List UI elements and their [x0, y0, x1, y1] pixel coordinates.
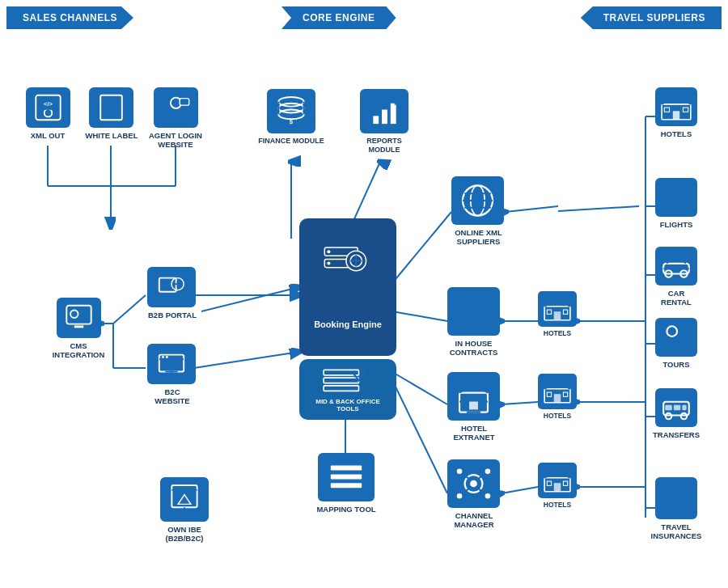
svg-point-104	[485, 493, 491, 499]
white-label-label: WHITE LABEL	[79, 131, 144, 140]
svg-rect-87	[331, 483, 362, 488]
hotels-main-label: HOTELS	[654, 129, 699, 138]
svg-point-55	[162, 356, 164, 358]
svg-rect-107	[554, 311, 561, 320]
car-rental-icon	[655, 247, 697, 286]
hotels-main-icon	[655, 87, 697, 126]
svg-rect-85	[331, 466, 362, 471]
agent-login-label: AGENT LOGINWEBSITE	[144, 131, 207, 150]
svg-rect-117	[563, 481, 567, 485]
svg-rect-119	[673, 111, 679, 120]
online-xml-label: ONLINE XMLSUPPLIERS	[444, 228, 513, 247]
mapping-tool-label: MAPPING TOOL	[309, 505, 383, 514]
svg-line-32	[392, 311, 447, 321]
xml-out-icon: </>	[26, 87, 70, 128]
svg-rect-111	[554, 394, 561, 403]
agent-login-icon	[154, 87, 198, 128]
svg-rect-70	[382, 110, 387, 125]
svg-line-5	[201, 287, 299, 311]
hotels-small-1-icon	[538, 291, 577, 327]
svg-point-77	[327, 261, 330, 264]
svg-line-17	[506, 206, 558, 212]
mapping-tool-icon	[318, 453, 375, 501]
b2b-portal-icon	[147, 267, 196, 307]
svg-line-27	[502, 402, 538, 404]
tours-icon	[655, 318, 697, 357]
b2b-portal-label: B2B PORTAL	[148, 311, 197, 319]
booking-engine-label: Booking Engine	[314, 319, 382, 330]
white-label-icon	[89, 87, 133, 128]
diagram-container: SALES CHANNELS CORE ENGINE TRAVEL SUPPLI…	[0, 0, 728, 588]
svg-line-11	[194, 352, 299, 368]
svg-point-101	[457, 468, 463, 474]
svg-line-34	[392, 380, 447, 493]
svg-line-6	[113, 295, 146, 324]
svg-rect-130	[665, 405, 671, 410]
travel-insurances-label: TRAVELINSURANCES	[650, 522, 702, 541]
svg-point-126	[667, 326, 677, 336]
finance-module-icon: $	[267, 89, 315, 133]
reports-module-icon	[360, 89, 408, 133]
online-xml-icon	[451, 176, 504, 225]
core-engine-header: CORE ENGINE	[281, 6, 396, 29]
in-house-contracts-icon	[447, 287, 500, 336]
hotel-extranet-label: HOTELEXTRANET	[440, 424, 508, 442]
hotels-small-2-label: HOTELS	[536, 412, 578, 420]
svg-rect-71	[391, 104, 396, 124]
own-ibe-icon	[160, 477, 209, 522]
hotel-extranet-icon	[447, 372, 500, 421]
hotels-small-2-icon	[538, 374, 577, 409]
b2c-website-label: B2C WEBSITE	[148, 387, 197, 406]
svg-rect-83	[324, 378, 358, 383]
xml-out-label: XML OUT	[16, 131, 79, 140]
svg-point-102	[485, 468, 491, 474]
transfers-label: TRANSFERS	[652, 430, 700, 439]
svg-rect-115	[554, 483, 561, 492]
transfers-icon	[655, 388, 697, 427]
svg-rect-113	[563, 392, 567, 396]
b2c-website-icon	[147, 344, 196, 384]
sales-channels-header: SALES CHANNELS	[6, 6, 133, 29]
travel-suppliers-header: TRAVEL SUPPLIERS	[581, 6, 722, 29]
svg-rect-131	[674, 405, 680, 410]
mid-back-office-label: MID & BACK OFFICE TOOLS	[306, 398, 390, 412]
svg-point-37	[44, 109, 53, 117]
channel-manager-icon	[447, 459, 500, 508]
svg-rect-112	[547, 392, 551, 396]
flights-icon	[655, 178, 697, 217]
svg-rect-109	[563, 310, 567, 314]
own-ibe-label: OWN IBE(B2B/B2C)	[150, 525, 218, 544]
svg-rect-84	[324, 385, 358, 391]
cms-integration-label: CMSINTEGRATION	[47, 341, 110, 360]
hotels-small-3-icon	[538, 463, 577, 498]
channel-manager-label: CHANNELMANAGER	[440, 511, 508, 530]
svg-point-105	[470, 480, 477, 488]
svg-rect-69	[373, 116, 379, 124]
svg-marker-60	[178, 495, 191, 505]
svg-rect-116	[547, 481, 551, 485]
flights-label: FLIGHTS	[654, 220, 699, 229]
tours-label: TOURS	[655, 360, 697, 369]
hotels-small-1-label: HOTELS	[536, 329, 578, 337]
svg-point-76	[327, 250, 330, 253]
reports-module-label: REPORTS MODULE	[350, 137, 418, 154]
svg-point-52	[70, 311, 78, 319]
svg-text:$: $	[290, 118, 294, 125]
svg-point-103	[457, 493, 463, 499]
svg-rect-86	[331, 474, 362, 479]
car-rental-label: CAR RENTAL	[652, 289, 700, 307]
svg-line-28	[502, 487, 538, 493]
svg-rect-108	[547, 310, 551, 314]
svg-rect-121	[683, 108, 688, 112]
booking-engine-box: Booking Engine	[299, 218, 396, 356]
svg-text:</>: </>	[44, 100, 53, 108]
cms-integration-icon	[57, 298, 101, 338]
svg-point-56	[166, 356, 168, 358]
in-house-contracts-label: IN HOUSECONTRACTS	[438, 339, 509, 357]
svg-line-33	[392, 372, 447, 404]
svg-rect-120	[664, 108, 669, 112]
finance-module-label: FINANCE MODULE	[257, 137, 325, 146]
mid-back-office-box: MID & BACK OFFICE TOOLS	[299, 359, 396, 420]
travel-insurances-icon	[655, 477, 697, 519]
svg-rect-132	[682, 405, 686, 410]
